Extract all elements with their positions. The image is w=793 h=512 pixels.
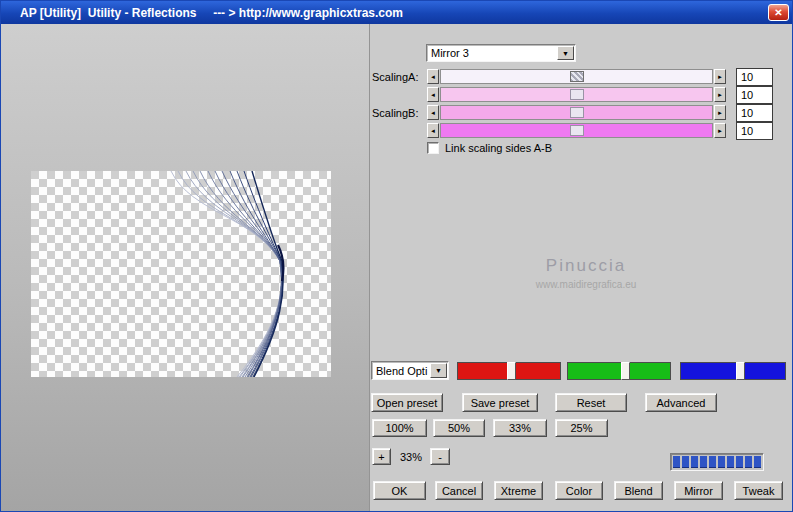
right-arrow-icon: ► <box>717 74 723 80</box>
progress-segment <box>700 456 707 468</box>
progress-segment <box>709 456 716 468</box>
slider-left-arrow-button[interactable]: ◄ <box>427 87 439 102</box>
controls-panel: Mirror 3 ▼ ScalingA: ScalingB: ◄ ► ◄ ► ◄ <box>369 24 793 512</box>
zoom-33-button[interactable]: 33% <box>493 419 547 437</box>
scaling-a2-slider-row: ◄ ► <box>427 87 727 102</box>
scaling-a1-slider-thumb[interactable] <box>570 71 584 82</box>
scaling-a-label: ScalingA: <box>372 71 418 83</box>
scaling-a2-slider-track[interactable] <box>440 87 713 102</box>
mirror-button[interactable]: Mirror <box>674 481 723 500</box>
watermark-name: Pinuccia <box>491 256 681 276</box>
plugin-window: AP [Utility] Utility - Reflections --- >… <box>0 0 793 512</box>
progress-segment <box>754 456 761 468</box>
watermark-site: www.maidiregrafica.eu <box>491 279 681 290</box>
scaling-a2-slider-thumb[interactable] <box>570 89 584 100</box>
slider-right-arrow-button[interactable]: ► <box>714 105 726 120</box>
scaling-a1-slider-row: ◄ ► <box>427 69 727 84</box>
zoom-50-button[interactable]: 50% <box>433 419 485 437</box>
open-preset-button[interactable]: Open preset <box>371 393 443 412</box>
scaling-b1-slider-thumb[interactable] <box>570 107 584 118</box>
progress-segment <box>682 456 689 468</box>
slider-left-arrow-button[interactable]: ◄ <box>427 105 439 120</box>
blend-button[interactable]: Blend <box>614 481 663 500</box>
scaling-b2-slider-row: ◄ ► <box>427 123 727 138</box>
right-arrow-icon: ► <box>717 128 723 134</box>
slider-right-arrow-button[interactable]: ► <box>714 69 726 84</box>
green-slider-thumb[interactable] <box>621 362 630 380</box>
blue-channel-slider[interactable] <box>680 362 786 380</box>
scaling-b2-slider-thumb[interactable] <box>570 125 584 136</box>
red-slider-thumb[interactable] <box>507 362 516 380</box>
red-channel-slider[interactable] <box>457 362 561 380</box>
reset-button[interactable]: Reset <box>555 393 627 412</box>
right-arrow-icon: ► <box>717 110 723 116</box>
zoom-25-button[interactable]: 25% <box>555 419 608 437</box>
progress-segment <box>673 456 680 468</box>
link-scaling-row: Link scaling sides A-B <box>427 141 552 154</box>
scaling-b2-slider-track[interactable] <box>440 123 713 138</box>
scaling-b1-slider-track[interactable] <box>440 105 713 120</box>
scaling-b2-value-input[interactable]: 10 <box>736 122 773 140</box>
left-arrow-icon: ◄ <box>430 110 436 116</box>
progress-segment <box>736 456 743 468</box>
save-preset-button[interactable]: Save preset <box>462 393 538 412</box>
slider-right-arrow-button[interactable]: ► <box>714 87 726 102</box>
advanced-button[interactable]: Advanced <box>645 393 717 412</box>
link-scaling-checkbox[interactable] <box>427 142 439 154</box>
mirror-select[interactable]: Mirror 3 ▼ <box>426 44 576 62</box>
ok-button[interactable]: OK <box>373 481 426 500</box>
reflection-curves-image <box>31 171 331 377</box>
scaling-a1-value-input[interactable]: 10 <box>736 68 773 86</box>
right-arrow-icon: ► <box>717 92 723 98</box>
slider-right-arrow-button[interactable]: ► <box>714 123 726 138</box>
color-button[interactable]: Color <box>555 481 603 500</box>
left-arrow-icon: ◄ <box>430 74 436 80</box>
scaling-b-label: ScalingB: <box>372 107 418 119</box>
progress-segment <box>691 456 698 468</box>
close-icon: ✕ <box>774 7 782 18</box>
link-scaling-label: Link scaling sides A-B <box>445 142 552 154</box>
preview-panel <box>1 24 369 512</box>
tweak-button[interactable]: Tweak <box>734 481 783 500</box>
progress-bar <box>670 453 764 471</box>
left-arrow-icon: ◄ <box>430 128 436 134</box>
blue-slider-thumb[interactable] <box>736 362 745 380</box>
zoom-100-button[interactable]: 100% <box>372 419 427 437</box>
scaling-b1-value-input[interactable]: 10 <box>736 104 773 122</box>
cancel-button[interactable]: Cancel <box>435 481 483 500</box>
preview-canvas <box>31 171 331 377</box>
close-button[interactable]: ✕ <box>768 4 789 21</box>
window-title: AP [Utility] Utility - Reflections --- >… <box>20 6 403 20</box>
zoom-level-value: 33% <box>393 448 429 465</box>
xtreme-button[interactable]: Xtreme <box>494 481 543 500</box>
progress-segment <box>718 456 725 468</box>
title-bar[interactable]: AP [Utility] Utility - Reflections --- >… <box>1 1 792 24</box>
scaling-b1-slider-row: ◄ ► <box>427 105 727 120</box>
mirror-dropdown-arrow-icon[interactable]: ▼ <box>557 46 574 60</box>
progress-segment <box>745 456 752 468</box>
slider-left-arrow-button[interactable]: ◄ <box>427 123 439 138</box>
progress-segment <box>727 456 734 468</box>
mirror-select-value: Mirror 3 <box>431 47 469 59</box>
blend-options-select[interactable]: Blend Opti ▼ <box>371 361 449 380</box>
blend-options-value: Blend Opti <box>376 365 427 377</box>
zoom-out-button[interactable]: - <box>430 448 450 465</box>
scaling-a1-slider-track[interactable] <box>440 69 713 84</box>
slider-left-arrow-button[interactable]: ◄ <box>427 69 439 84</box>
watermark: Pinuccia www.maidiregrafica.eu <box>491 256 681 290</box>
blend-dropdown-arrow-icon[interactable]: ▼ <box>430 363 447 378</box>
green-channel-slider[interactable] <box>567 362 671 380</box>
scaling-a2-value-input[interactable]: 10 <box>736 86 773 104</box>
zoom-in-button[interactable]: + <box>372 448 391 465</box>
left-arrow-icon: ◄ <box>430 92 436 98</box>
